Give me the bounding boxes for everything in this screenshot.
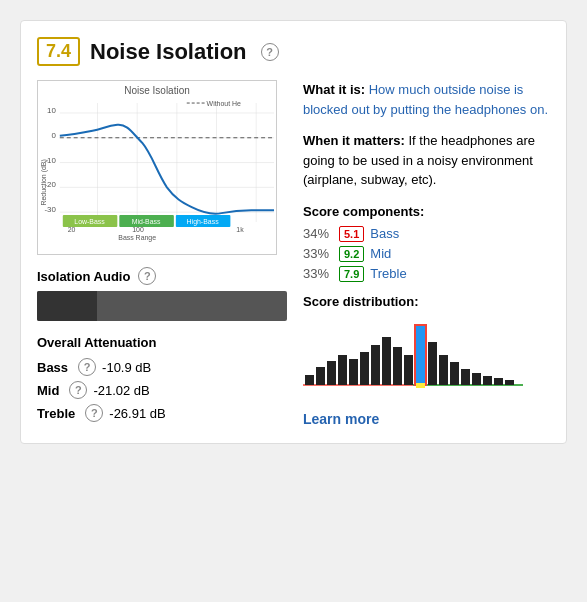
svg-rect-48 <box>494 378 503 385</box>
svg-text:Without He: Without He <box>207 100 241 107</box>
bass-stat-row: Bass ? -10.9 dB <box>37 358 287 376</box>
overall-attenuation-label: Overall Attenuation <box>37 335 287 350</box>
when-it-matters-section: When it matters: If the headphones are g… <box>303 131 550 190</box>
title-help-icon[interactable]: ? <box>261 43 279 61</box>
svg-rect-37 <box>382 337 391 385</box>
treble-value: -26.91 dB <box>109 406 165 421</box>
svg-rect-44 <box>450 362 459 385</box>
svg-rect-47 <box>483 376 492 385</box>
svg-text:High-Bass: High-Bass <box>187 218 220 226</box>
bass-score-badge: 5.1 <box>339 226 364 242</box>
mid-pct: 33% <box>303 246 333 261</box>
svg-rect-31 <box>316 367 325 385</box>
treble-component-row: 33% 7.9 Treble <box>303 266 550 282</box>
svg-rect-42 <box>428 342 437 385</box>
chart-title: Noise Isolation <box>38 85 276 96</box>
svg-rect-40 <box>415 325 426 385</box>
svg-rect-35 <box>360 352 369 385</box>
isolation-audio-label: Isolation Audio ? <box>37 267 287 285</box>
treble-pct: 33% <box>303 266 333 281</box>
what-it-is-bold: What it is: <box>303 82 365 97</box>
score-distribution-label: Score distribution: <box>303 294 550 309</box>
bass-value: -10.9 dB <box>102 360 151 375</box>
bass-component-row: 34% 5.1 Bass <box>303 226 550 242</box>
bass-help-icon[interactable]: ? <box>78 358 96 376</box>
svg-text:0: 0 <box>51 131 56 140</box>
svg-rect-49 <box>505 380 514 385</box>
svg-text:20: 20 <box>68 226 76 233</box>
svg-rect-41 <box>416 383 425 388</box>
treble-help-icon[interactable]: ? <box>85 404 103 422</box>
svg-rect-36 <box>371 345 380 385</box>
bass-label: Bass <box>37 360 68 375</box>
noise-isolation-card: 7.4 Noise Isolation ? Noise Isolation 10… <box>20 20 567 444</box>
svg-text:Bass Range: Bass Range <box>118 234 156 242</box>
mid-component-row: 33% 9.2 Mid <box>303 246 550 262</box>
svg-rect-43 <box>439 355 448 385</box>
mid-comp-name[interactable]: Mid <box>370 246 391 261</box>
mid-value: -21.02 dB <box>93 383 149 398</box>
mid-stat-row: Mid ? -21.02 dB <box>37 381 287 399</box>
treble-stat-row: Treble ? -26.91 dB <box>37 404 287 422</box>
treble-comp-name[interactable]: Treble <box>370 266 406 281</box>
page-title: Noise Isolation <box>90 39 246 65</box>
learn-more-link[interactable]: Learn more <box>303 411 379 427</box>
chart-svg: 10 0 -10 -20 -30 Reduction (dB) <box>38 81 276 254</box>
isolation-audio-text: Isolation Audio <box>37 269 130 284</box>
svg-rect-46 <box>472 373 481 385</box>
score-distribution-chart <box>303 317 523 397</box>
audio-bar-inner <box>37 291 97 321</box>
treble-score-badge: 7.9 <box>339 266 364 282</box>
svg-text:100: 100 <box>132 226 144 233</box>
svg-rect-34 <box>349 359 358 385</box>
bass-pct: 34% <box>303 226 333 241</box>
score-components-label: Score components: <box>303 204 550 219</box>
audio-bar <box>37 291 287 321</box>
right-column: What it is: How much outside noise is bl… <box>303 80 550 427</box>
bass-comp-name[interactable]: Bass <box>370 226 399 241</box>
svg-text:10: 10 <box>47 106 56 115</box>
svg-rect-32 <box>327 361 336 385</box>
svg-rect-39 <box>404 355 413 385</box>
svg-rect-45 <box>461 369 470 385</box>
mid-label: Mid <box>37 383 59 398</box>
card-header: 7.4 Noise Isolation ? <box>37 37 550 66</box>
noise-isolation-chart: Noise Isolation 10 0 -10 -20 -30 Reducti… <box>37 80 277 255</box>
mid-score-badge: 9.2 <box>339 246 364 262</box>
svg-text:Mid-Bass: Mid-Bass <box>132 218 161 225</box>
svg-text:Reduction (dB): Reduction (dB) <box>40 159 48 205</box>
svg-text:1k: 1k <box>236 226 244 233</box>
content-area: Noise Isolation 10 0 -10 -20 -30 Reducti… <box>37 80 550 427</box>
svg-rect-30 <box>305 375 314 385</box>
isolation-audio-help-icon[interactable]: ? <box>138 267 156 285</box>
svg-rect-38 <box>393 347 402 385</box>
what-it-is-section: What it is: How much outside noise is bl… <box>303 80 550 119</box>
left-column: Noise Isolation 10 0 -10 -20 -30 Reducti… <box>37 80 287 427</box>
svg-rect-33 <box>338 355 347 385</box>
svg-text:Low-Bass: Low-Bass <box>74 218 105 225</box>
mid-help-icon[interactable]: ? <box>69 381 87 399</box>
distribution-svg <box>303 317 523 397</box>
treble-label: Treble <box>37 406 75 421</box>
score-badge: 7.4 <box>37 37 80 66</box>
when-it-matters-bold: When it matters: <box>303 133 405 148</box>
